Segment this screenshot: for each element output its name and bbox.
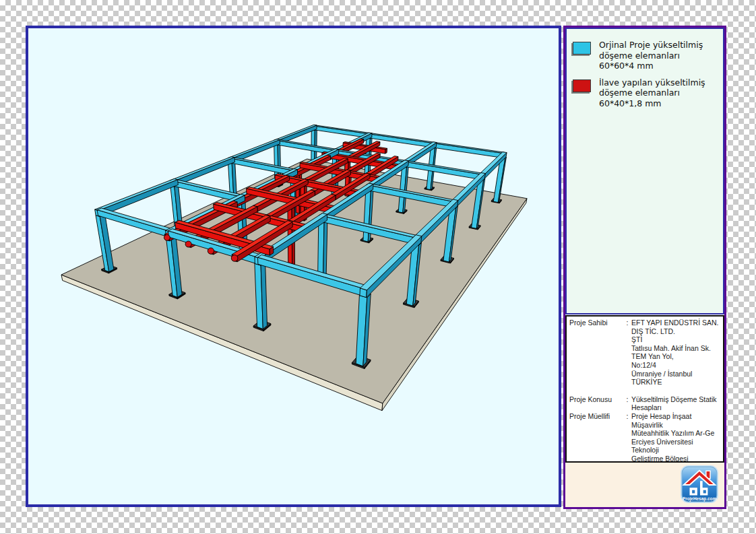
brand-text: ProjeHesap.com	[683, 496, 717, 502]
legend-item: İlave yapılan yükseltilmişdöşeme elemanl…	[573, 77, 718, 109]
title-block-row: Proje Sahibi:EFT YAPI ENDÜSTRİ SAN. DIŞ …	[569, 319, 720, 387]
title-block-value: Proje Hesap İnşaat MüşavirlikMüteahhitli…	[631, 412, 720, 463]
brand-panel: ProjeHesap.com	[565, 463, 724, 507]
legend-item-label: Orjinal Proje yükseltilmişdöşeme elemanl…	[599, 40, 703, 71]
title-block-value: EFT YAPI ENDÜSTRİ SAN. DIŞ TİC. LTD.ŞTİT…	[631, 319, 720, 387]
legend-panel: Orjinal Proje yükseltilmişdöşeme elemanl…	[565, 28, 724, 314]
page-canvas: Orjinal Proje yükseltilmişdöşeme elemanl…	[0, 0, 756, 534]
title-block-label: Proje Sahibi	[569, 319, 623, 327]
legend-swatch-0	[573, 42, 591, 55]
legend-swatch-1	[573, 79, 591, 92]
legend-item-label: İlave yapılan yükseltilmişdöşeme elemanl…	[599, 77, 705, 109]
title-block-label: Proje Konusu	[569, 395, 623, 404]
title-block-value: Yükseltilmiş Döşeme Statik Hesapları	[631, 395, 720, 412]
drawing-viewport	[26, 26, 561, 507]
structure-3d-model	[28, 28, 559, 504]
title-block-label: Proje Müellifi	[569, 412, 623, 421]
title-block-row: Proje Müellifi:Proje Hesap İnşaat Müşavi…	[569, 412, 720, 463]
title-block: Proje Sahibi:EFT YAPI ENDÜSTRİ SAN. DIŞ …	[565, 315, 724, 463]
title-block-row: Proje Konusu:Yükseltilmiş Döşeme Statik …	[569, 395, 720, 412]
right-panel: Orjinal Proje yükseltilmişdöşeme elemanl…	[563, 26, 726, 509]
legend-item: Orjinal Proje yükseltilmişdöşeme elemanl…	[573, 40, 718, 71]
projehesap-logo-icon: ProjeHesap.com	[680, 465, 719, 504]
